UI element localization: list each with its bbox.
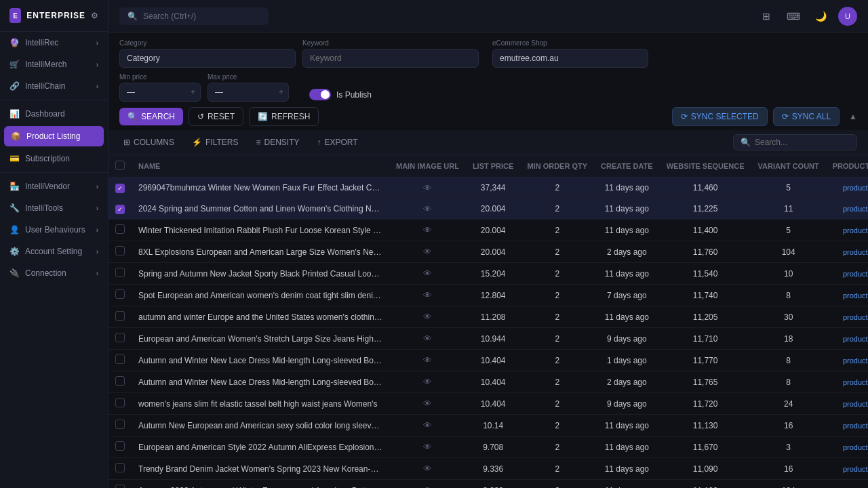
sync-all-button[interactable]: ⟳ SYNC ALL [773, 107, 840, 126]
sync-selected-button[interactable]: ⟳ SYNC SELECTED [672, 107, 768, 126]
product-detail-link[interactable]: product detail [843, 291, 868, 300]
sidebar-item-account-setting[interactable]: ⚙️Account Setting › [0, 241, 108, 262]
variant-count: 5 [751, 220, 826, 241]
product-detail-link[interactable]: product detail [843, 422, 868, 430]
keyword-input[interactable] [302, 49, 479, 68]
eye-icon[interactable]: 👁 [423, 333, 432, 344]
refresh-icon: 🔄 [258, 112, 268, 121]
sidebar-item-intellivendor[interactable]: 🏪IntelliVendor › [0, 176, 108, 197]
product-detail-link[interactable]: product detail [843, 226, 868, 235]
row-checkbox[interactable] [115, 485, 125, 488]
sidebar-item-connection[interactable]: 🔌Connection › [0, 262, 108, 284]
list-price: 9.336 [466, 458, 521, 480]
eye-icon[interactable]: 👁 [423, 247, 432, 257]
global-search[interactable]: 🔍 Search (Ctrl+/) [119, 7, 269, 25]
row-checkbox[interactable]: ✓ [115, 205, 125, 214]
website-sequence: 11,670 [660, 436, 751, 458]
col-image: MAIN IMAGE URL [389, 155, 466, 178]
select-all-checkbox[interactable] [115, 161, 125, 170]
row-checkbox[interactable] [115, 420, 125, 429]
variant-count: 10 [751, 263, 826, 285]
product-detail-link[interactable]: product detail [843, 205, 868, 213]
product-detail-link[interactable]: product detail [843, 443, 868, 451]
row-checkbox[interactable] [115, 268, 125, 277]
min-price-input[interactable] [119, 83, 201, 102]
product-detail-link[interactable]: product detail [843, 313, 868, 321]
sidebar-item-intellitools[interactable]: 🔧IntelliTools › [0, 197, 108, 219]
intellivendor-icon: 🏪 [9, 182, 20, 191]
ecommerce-select[interactable]: emutree.com.au [492, 49, 648, 68]
list-price: 20.004 [466, 241, 521, 263]
filters-button[interactable]: ⚡ FILTERS [188, 135, 242, 150]
translate-icon[interactable]: ⌨ [784, 7, 803, 26]
moon-icon[interactable]: 🌙 [811, 7, 830, 26]
sidebar-item-user-behaviours[interactable]: 👤User Behaviours › [0, 219, 108, 241]
product-name: Trendy Brand Denim Jacket Women's Spring… [132, 458, 389, 480]
product-detail-link[interactable]: product detail [843, 400, 868, 408]
sidebar-divider-2 [0, 172, 108, 173]
product-detail-link[interactable]: product detail [843, 335, 868, 343]
product-detail-link[interactable]: product detail [843, 184, 868, 192]
min-order-qty: 2 [520, 350, 594, 371]
product-table: NAME MAIN IMAGE URL LIST PRICE MIN ORDER… [108, 155, 868, 488]
product-detail-link[interactable]: product detail [843, 248, 868, 256]
add-icon[interactable]: + [191, 87, 195, 97]
category-select[interactable]: Category [119, 49, 296, 68]
table-row: Winter Thickened Imitation Rabbit Plush … [108, 220, 868, 241]
search-button[interactable]: 🔍 SEARCH [119, 108, 183, 125]
eye-icon[interactable]: 👁 [423, 485, 432, 488]
row-checkbox[interactable] [115, 354, 125, 364]
row-checkbox[interactable] [115, 463, 125, 472]
sidebar-item-intellichain[interactable]: 🔗IntelliChain › [0, 75, 108, 97]
columns-button[interactable]: ⊞ COLUMNS [119, 135, 178, 150]
table-search[interactable]: 🔍 [733, 134, 857, 150]
eye-icon[interactable]: 👁 [423, 290, 432, 300]
intellichain-icon: 🔗 [9, 81, 20, 91]
table-row: European and American Style 2022 Autumn … [108, 436, 868, 458]
sidebar-item-dashboard[interactable]: 📊Dashboard [0, 103, 108, 125]
refresh-button[interactable]: 🔄 REFRESH [249, 107, 319, 126]
eye-icon[interactable]: 👁 [423, 312, 432, 322]
sidebar-item-intellirec[interactable]: 🔮IntelliRec › [0, 32, 108, 54]
eye-icon[interactable]: 👁 [423, 355, 432, 365]
row-checkbox[interactable] [115, 246, 125, 256]
product-detail-link[interactable]: product detail [843, 270, 868, 278]
user-avatar[interactable]: U [838, 7, 857, 26]
row-checkbox[interactable]: ✓ [115, 184, 125, 193]
col-name: NAME [132, 155, 389, 178]
export-button[interactable]: ↑ EXPORT [313, 135, 362, 150]
product-detail-link[interactable]: product detail [843, 465, 868, 473]
publish-toggle[interactable] [309, 89, 331, 100]
eye-icon[interactable]: 👁 [423, 464, 432, 474]
row-checkbox[interactable] [115, 311, 125, 321]
sidebar-item-intellimerch[interactable]: 🛒IntelliMerch › [0, 54, 108, 75]
product-detail-link[interactable]: product detail [843, 357, 868, 365]
eye-icon[interactable]: 👁 [423, 268, 432, 279]
add-icon-2[interactable]: + [279, 87, 283, 97]
eye-icon[interactable]: 👁 [423, 420, 432, 430]
eye-icon[interactable]: 👁 [423, 225, 432, 235]
settings-icon[interactable]: ⚙ [91, 11, 98, 20]
row-checkbox[interactable] [115, 333, 125, 342]
list-price: 12.804 [466, 285, 521, 306]
row-checkbox[interactable] [115, 289, 125, 299]
product-detail-link[interactable]: product detail [843, 378, 868, 386]
row-checkbox[interactable] [115, 441, 125, 451]
eye-icon[interactable]: 👁 [423, 442, 432, 452]
eye-icon[interactable]: 👁 [423, 377, 432, 387]
row-checkbox[interactable] [115, 376, 125, 386]
eye-icon[interactable]: 👁 [423, 399, 432, 409]
sidebar-item-product-listing[interactable]: 📦Product Listing [4, 126, 104, 146]
variant-count: 24 [751, 393, 826, 415]
grid-icon[interactable]: ⊞ [757, 7, 776, 26]
max-price-input[interactable] [208, 83, 289, 102]
collapse-icon[interactable]: ▲ [849, 112, 857, 121]
reset-button[interactable]: ↺ RESET [189, 107, 243, 126]
row-checkbox[interactable] [115, 224, 125, 234]
sidebar-item-subscription[interactable]: 💳Subscription [0, 148, 108, 169]
density-button[interactable]: ≡ DENSITY [252, 135, 303, 150]
eye-icon[interactable]: 👁 [423, 183, 432, 193]
eye-icon[interactable]: 👁 [423, 204, 432, 214]
table-search-input[interactable] [755, 138, 850, 147]
row-checkbox[interactable] [115, 398, 125, 407]
